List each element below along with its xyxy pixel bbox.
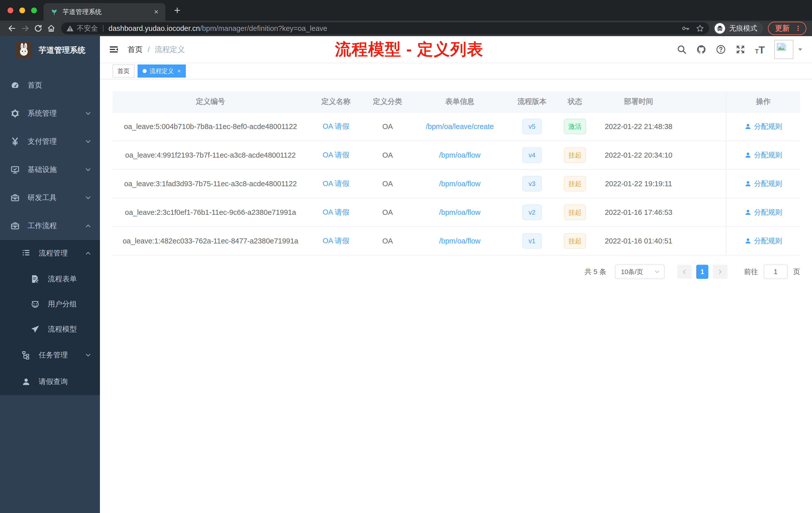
url-text: dashboard.yudao.iocoder.cn/bpm/manager/d… bbox=[109, 24, 675, 33]
sidebar-item-任务管理[interactable]: 任务管理 bbox=[0, 342, 100, 368]
browser-tab[interactable]: 芋道管理系统 × bbox=[44, 3, 166, 21]
cell-deploy_time: 2022-01-16 01:40:51 bbox=[594, 227, 683, 255]
user-icon bbox=[745, 180, 752, 187]
new-tab-button[interactable]: + bbox=[174, 5, 180, 16]
version-badge: v3 bbox=[522, 176, 542, 191]
breadcrumb-home[interactable]: 首页 bbox=[127, 44, 143, 55]
tab-close-icon[interactable]: × bbox=[152, 7, 160, 16]
sidebar-item-支付管理[interactable]: 支付管理 bbox=[0, 127, 100, 156]
forward-button[interactable] bbox=[19, 22, 32, 35]
tag-close-icon[interactable]: × bbox=[177, 68, 181, 74]
sidebar-item-label: 流程模型 bbox=[48, 324, 77, 334]
assign-rule-link[interactable]: 分配规则 bbox=[745, 208, 782, 217]
window-close-button[interactable] bbox=[7, 7, 13, 13]
browser-update-button[interactable]: 更新 bbox=[768, 22, 807, 35]
column-header-spacer bbox=[683, 91, 726, 112]
kebab-menu-icon[interactable] bbox=[795, 25, 802, 32]
sidebar-toggle-icon[interactable] bbox=[109, 44, 119, 55]
assign-rule-label: 分配规则 bbox=[754, 179, 782, 188]
cell-form: /bpm/oa/flow bbox=[411, 170, 508, 198]
tag-label: 流程定义 bbox=[150, 67, 174, 75]
logo-avatar bbox=[16, 42, 32, 58]
definition-name-link[interactable]: OA 请假 bbox=[323, 207, 349, 217]
column-header-状态: 状态 bbox=[556, 91, 594, 112]
incognito-badge: 无痕模式 bbox=[713, 22, 763, 35]
sidebar-item-请假查询[interactable]: 请假查询 bbox=[0, 368, 100, 395]
sidebar-item-基础设施[interactable]: 基础设施 bbox=[0, 156, 100, 184]
back-button[interactable] bbox=[5, 22, 19, 35]
page-number-button[interactable]: 1 bbox=[696, 265, 708, 279]
cell-action: 分配规则 bbox=[726, 227, 800, 255]
form-info-link[interactable]: /bpm/oa/flow bbox=[439, 237, 480, 245]
avatar[interactable] bbox=[774, 40, 793, 59]
definition-name-link[interactable]: OA 请假 bbox=[323, 150, 349, 160]
font-size-icon[interactable]: TT bbox=[755, 44, 765, 55]
sidebar-item-首页[interactable]: 首页 bbox=[0, 71, 100, 99]
page-size-value: 10条/页 bbox=[621, 268, 643, 276]
cell-status: 挂起 bbox=[556, 170, 594, 198]
sidebar-item-研发工具[interactable]: 研发工具 bbox=[0, 184, 100, 212]
home-button[interactable] bbox=[45, 22, 58, 35]
assign-rule-link[interactable]: 分配规则 bbox=[745, 122, 782, 131]
chevron-down-icon bbox=[85, 352, 91, 358]
cell-text: 2022-01-16 01:40:51 bbox=[605, 237, 672, 245]
fullscreen-icon[interactable] bbox=[735, 44, 746, 55]
sidebar-item-流程管理[interactable]: 流程管理 bbox=[0, 240, 100, 267]
cell-deploy_time: 2022-01-22 20:34:10 bbox=[594, 141, 683, 169]
page-size-select[interactable]: 10条/页 bbox=[615, 265, 665, 279]
chevron-up-icon bbox=[85, 222, 91, 229]
sidebar-item-流程模型[interactable]: 流程模型 bbox=[0, 317, 100, 342]
form-info-link[interactable]: /bpm/oa/flow bbox=[439, 151, 480, 159]
chevron-up-icon bbox=[85, 250, 91, 256]
definition-name-link[interactable]: OA 请假 bbox=[323, 121, 349, 131]
sidebar-item-label: 基础设施 bbox=[28, 164, 57, 175]
pagination-total: 共 5 条 bbox=[584, 267, 606, 277]
column-header-定义名称: 定义名称 bbox=[309, 91, 364, 112]
search-icon[interactable] bbox=[677, 44, 687, 55]
sidebar-item-系统管理[interactable]: 系统管理 bbox=[0, 99, 100, 127]
prev-page-button[interactable] bbox=[677, 265, 692, 279]
reload-button[interactable] bbox=[32, 22, 45, 35]
cell-id: oa_leave:2:3c1f0ef1-76b1-11ec-9c66-a2380… bbox=[113, 198, 309, 227]
tag-流程定义[interactable]: 流程定义× bbox=[138, 64, 186, 78]
github-icon[interactable] bbox=[696, 44, 706, 55]
cell-status: 挂起 bbox=[556, 227, 594, 255]
user-icon bbox=[22, 377, 31, 386]
address-bar[interactable]: 不安全 dashboard.yudao.iocoder.cn/bpm/manag… bbox=[61, 22, 709, 34]
definition-name-link[interactable]: OA 请假 bbox=[323, 179, 349, 189]
form-info-link[interactable]: /bpm/oa/flow bbox=[439, 208, 480, 217]
cell-spacer bbox=[683, 170, 726, 198]
form-info-link[interactable]: /bpm/oa/flow bbox=[439, 180, 480, 188]
help-icon[interactable] bbox=[716, 44, 726, 55]
key-icon[interactable] bbox=[682, 24, 690, 32]
avatar-caret-down-icon[interactable] bbox=[797, 46, 804, 53]
sidebar-logo[interactable]: 芋道管理系统 bbox=[0, 36, 100, 64]
sidebar-item-用户分组[interactable]: 用户分组 bbox=[0, 292, 100, 317]
sidebar-item-label: 流程管理 bbox=[39, 248, 68, 258]
column-header-操作: 操作 bbox=[726, 91, 800, 112]
cell-spacer bbox=[683, 198, 726, 227]
cell-text: 2022-01-22 20:34:10 bbox=[605, 151, 672, 159]
goto-page-input[interactable] bbox=[763, 265, 788, 279]
assign-rule-link[interactable]: 分配规则 bbox=[745, 236, 782, 246]
window-minimize-button[interactable] bbox=[19, 7, 25, 13]
bookmark-star-icon[interactable] bbox=[696, 24, 704, 32]
sidebar-menu: 首页系统管理支付管理基础设施研发工具工作流程流程管理流程表单用户分组流程模型任务… bbox=[0, 64, 100, 395]
window-zoom-button[interactable] bbox=[31, 7, 37, 13]
definition-name-link[interactable]: OA 请假 bbox=[323, 236, 349, 246]
status-badge: 挂起 bbox=[564, 233, 586, 249]
assign-rule-link[interactable]: 分配规则 bbox=[745, 179, 782, 188]
chevron-down-icon bbox=[85, 110, 91, 117]
tag-首页[interactable]: 首页 bbox=[113, 64, 135, 78]
omnibox-divider bbox=[103, 25, 104, 32]
sidebar-item-流程表单[interactable]: 流程表单 bbox=[0, 267, 100, 292]
column-header-表单信息: 表单信息 bbox=[411, 91, 508, 112]
cell-id: oa_leave:1:482ec033-762a-11ec-8477-a2380… bbox=[113, 227, 309, 255]
cell-version: v4 bbox=[508, 141, 556, 169]
sidebar-item-工作流程[interactable]: 工作流程 bbox=[0, 212, 100, 240]
plant-favicon-icon bbox=[51, 8, 58, 16]
form-info-link[interactable]: /bpm/oa/leave/create bbox=[426, 122, 494, 131]
next-page-button[interactable] bbox=[713, 265, 727, 279]
briefcase-icon bbox=[10, 193, 20, 202]
assign-rule-link[interactable]: 分配规则 bbox=[745, 150, 782, 160]
